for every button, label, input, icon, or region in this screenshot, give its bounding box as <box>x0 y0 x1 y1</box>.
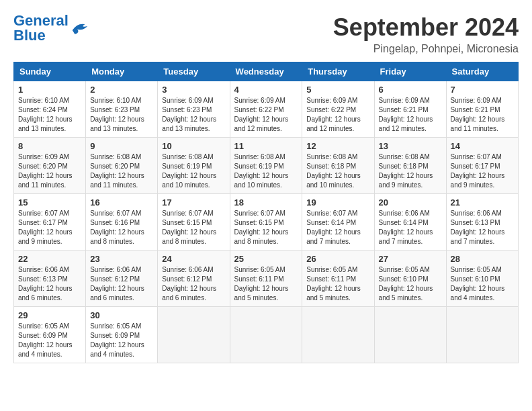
day-number: 18 <box>234 197 298 208</box>
list-item: 13Sunrise: 6:08 AMSunset: 6:18 PMDayligh… <box>374 138 446 194</box>
day-info: Sunrise: 6:07 AMSunset: 6:16 PMDaylight:… <box>90 209 153 246</box>
day-number: 3 <box>162 85 225 95</box>
col-monday: Monday <box>86 62 158 81</box>
day-info: Sunrise: 6:08 AMSunset: 6:20 PMDaylight:… <box>90 152 153 190</box>
day-number: 21 <box>451 197 514 208</box>
day-info: Sunrise: 6:05 AMSunset: 6:09 PMDaylight:… <box>18 322 81 359</box>
day-info: Sunrise: 6:09 AMSunset: 6:21 PMDaylight:… <box>451 96 514 134</box>
list-item: 23Sunrise: 6:06 AMSunset: 6:12 PMDayligh… <box>86 250 158 307</box>
day-info: Sunrise: 6:06 AMSunset: 6:13 PMDaylight:… <box>451 209 514 246</box>
logo: General Blue <box>13 13 90 43</box>
day-info: Sunrise: 6:10 AMSunset: 6:24 PMDaylight:… <box>18 96 81 134</box>
list-item: 18Sunrise: 6:07 AMSunset: 6:15 PMDayligh… <box>230 194 302 250</box>
day-info: Sunrise: 6:06 AMSunset: 6:12 PMDaylight:… <box>90 265 153 303</box>
calendar-table: Sunday Monday Tuesday Wednesday Thursday… <box>13 62 519 363</box>
logo-blue: Blue <box>13 27 46 44</box>
list-item: 26Sunrise: 6:05 AMSunset: 6:11 PMDayligh… <box>302 250 374 307</box>
day-info: Sunrise: 6:05 AMSunset: 6:09 PMDaylight:… <box>90 322 153 359</box>
list-item <box>446 307 518 363</box>
day-number: 7 <box>451 85 514 95</box>
list-item: 2Sunrise: 6:10 AMSunset: 6:23 PMDaylight… <box>86 81 158 138</box>
day-info: Sunrise: 6:09 AMSunset: 6:23 PMDaylight:… <box>162 96 225 134</box>
day-number: 27 <box>379 254 442 264</box>
day-number: 10 <box>162 141 225 151</box>
day-number: 6 <box>379 85 442 95</box>
day-number: 1 <box>18 85 81 95</box>
day-number: 12 <box>306 141 369 151</box>
list-item <box>374 307 446 363</box>
list-item: 16Sunrise: 6:07 AMSunset: 6:16 PMDayligh… <box>86 194 158 250</box>
day-number: 16 <box>90 197 153 208</box>
day-info: Sunrise: 6:07 AMSunset: 6:17 PMDaylight:… <box>18 209 81 246</box>
day-number: 19 <box>306 197 369 208</box>
logo-bird-icon <box>70 20 90 36</box>
title-block: September 2024 Pingelap, Pohnpei, Micron… <box>333 13 519 55</box>
day-info: Sunrise: 6:07 AMSunset: 6:15 PMDaylight:… <box>162 209 225 246</box>
list-item: 12Sunrise: 6:08 AMSunset: 6:18 PMDayligh… <box>302 138 374 194</box>
col-friday: Friday <box>374 62 446 81</box>
list-item: 14Sunrise: 6:07 AMSunset: 6:17 PMDayligh… <box>446 138 518 194</box>
list-item: 17Sunrise: 6:07 AMSunset: 6:15 PMDayligh… <box>158 194 230 250</box>
list-item: 9Sunrise: 6:08 AMSunset: 6:20 PMDaylight… <box>86 138 158 194</box>
day-number: 9 <box>90 141 153 151</box>
day-number: 8 <box>18 141 81 151</box>
day-info: Sunrise: 6:06 AMSunset: 6:13 PMDaylight:… <box>18 265 81 303</box>
list-item <box>230 307 302 363</box>
day-number: 26 <box>306 254 369 264</box>
day-number: 29 <box>18 310 81 320</box>
day-number: 20 <box>379 197 442 208</box>
day-info: Sunrise: 6:05 AMSunset: 6:11 PMDaylight:… <box>234 265 298 303</box>
day-number: 28 <box>451 254 514 264</box>
col-sunday: Sunday <box>14 62 86 81</box>
list-item: 28Sunrise: 6:05 AMSunset: 6:10 PMDayligh… <box>446 250 518 307</box>
day-info: Sunrise: 6:05 AMSunset: 6:10 PMDaylight:… <box>379 265 442 303</box>
list-item: 15Sunrise: 6:07 AMSunset: 6:17 PMDayligh… <box>14 194 86 250</box>
day-info: Sunrise: 6:07 AMSunset: 6:15 PMDaylight:… <box>234 209 298 246</box>
day-number: 17 <box>162 197 225 208</box>
day-info: Sunrise: 6:09 AMSunset: 6:20 PMDaylight:… <box>18 152 81 190</box>
day-info: Sunrise: 6:09 AMSunset: 6:22 PMDaylight:… <box>306 96 369 134</box>
day-number: 24 <box>162 254 225 264</box>
day-info: Sunrise: 6:09 AMSunset: 6:22 PMDaylight:… <box>234 96 298 134</box>
day-info: Sunrise: 6:08 AMSunset: 6:18 PMDaylight:… <box>379 152 442 190</box>
table-row: 1Sunrise: 6:10 AMSunset: 6:24 PMDaylight… <box>14 81 519 138</box>
day-number: 14 <box>451 141 514 151</box>
day-number: 15 <box>18 197 81 208</box>
list-item: 22Sunrise: 6:06 AMSunset: 6:13 PMDayligh… <box>14 250 86 307</box>
day-info: Sunrise: 6:06 AMSunset: 6:14 PMDaylight:… <box>379 209 442 246</box>
day-info: Sunrise: 6:05 AMSunset: 6:10 PMDaylight:… <box>451 265 514 303</box>
table-row: 15Sunrise: 6:07 AMSunset: 6:17 PMDayligh… <box>14 194 519 250</box>
list-item: 25Sunrise: 6:05 AMSunset: 6:11 PMDayligh… <box>230 250 302 307</box>
day-number: 23 <box>90 254 153 264</box>
col-thursday: Thursday <box>302 62 374 81</box>
table-row: 29Sunrise: 6:05 AMSunset: 6:09 PMDayligh… <box>14 307 519 363</box>
list-item: 29Sunrise: 6:05 AMSunset: 6:09 PMDayligh… <box>14 307 86 363</box>
day-info: Sunrise: 6:08 AMSunset: 6:19 PMDaylight:… <box>234 152 298 190</box>
list-item: 19Sunrise: 6:07 AMSunset: 6:14 PMDayligh… <box>302 194 374 250</box>
list-item <box>158 307 230 363</box>
day-number: 5 <box>306 85 369 95</box>
day-number: 13 <box>379 141 442 151</box>
list-item: 1Sunrise: 6:10 AMSunset: 6:24 PMDaylight… <box>14 81 86 138</box>
list-item <box>302 307 374 363</box>
subtitle: Pingelap, Pohnpei, Micronesia <box>333 43 519 55</box>
day-number: 22 <box>18 254 81 264</box>
list-item: 7Sunrise: 6:09 AMSunset: 6:21 PMDaylight… <box>446 81 518 138</box>
day-info: Sunrise: 6:09 AMSunset: 6:21 PMDaylight:… <box>379 96 442 134</box>
day-number: 2 <box>90 85 153 95</box>
list-item: 3Sunrise: 6:09 AMSunset: 6:23 PMDaylight… <box>158 81 230 138</box>
list-item: 5Sunrise: 6:09 AMSunset: 6:22 PMDaylight… <box>302 81 374 138</box>
main-title: September 2024 <box>333 13 519 42</box>
list-item: 10Sunrise: 6:08 AMSunset: 6:19 PMDayligh… <box>158 138 230 194</box>
day-number: 30 <box>90 310 153 320</box>
day-info: Sunrise: 6:07 AMSunset: 6:14 PMDaylight:… <box>306 209 369 246</box>
calendar-header-row: Sunday Monday Tuesday Wednesday Thursday… <box>14 62 519 81</box>
day-number: 4 <box>234 85 298 95</box>
list-item: 20Sunrise: 6:06 AMSunset: 6:14 PMDayligh… <box>374 194 446 250</box>
page-header: General Blue September 2024 Pingelap, Po… <box>13 13 519 55</box>
day-info: Sunrise: 6:05 AMSunset: 6:11 PMDaylight:… <box>306 265 369 303</box>
day-info: Sunrise: 6:08 AMSunset: 6:19 PMDaylight:… <box>162 152 225 190</box>
list-item: 21Sunrise: 6:06 AMSunset: 6:13 PMDayligh… <box>446 194 518 250</box>
logo-text: General Blue <box>13 13 69 43</box>
day-info: Sunrise: 6:06 AMSunset: 6:12 PMDaylight:… <box>162 265 225 303</box>
